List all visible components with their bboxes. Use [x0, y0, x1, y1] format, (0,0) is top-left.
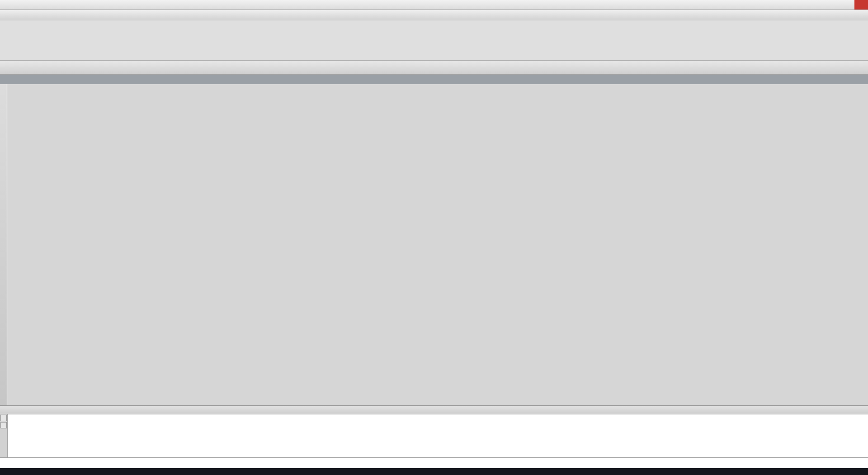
titlebar — [0, 0, 868, 10]
entity-properties-toolbar — [0, 61, 868, 75]
ribbon-tab-bar — [0, 10, 868, 20]
window-controls — [827, 0, 868, 10]
command-history-lines — [8, 414, 868, 457]
maximize-button[interactable] — [841, 0, 854, 10]
minimize-button[interactable] — [827, 0, 841, 10]
layout-tab-bar — [0, 405, 868, 414]
status-bar — [0, 468, 868, 475]
command-expand-icon[interactable] — [0, 422, 7, 428]
command-history-area — [0, 414, 868, 457]
viewport-canvas[interactable] — [7, 84, 868, 405]
document-tab-bar — [0, 75, 868, 84]
ribbon — [0, 20, 868, 61]
command-gutter — [0, 414, 8, 457]
command-input-line[interactable] — [0, 457, 868, 468]
app-window — [0, 0, 868, 475]
drawing-workarea — [0, 84, 868, 405]
properties-panel-tab[interactable] — [0, 84, 7, 405]
close-button[interactable] — [854, 0, 868, 10]
command-close-icon[interactable] — [0, 415, 7, 421]
